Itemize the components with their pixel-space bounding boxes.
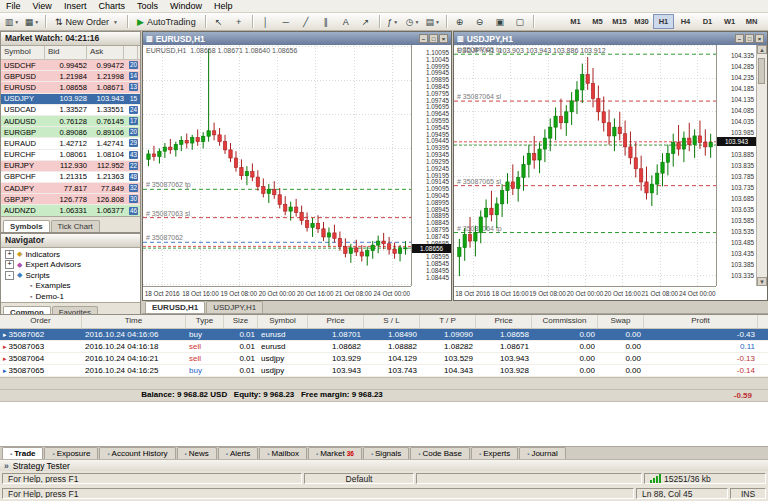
menu-item-insert[interactable]: Insert: [58, 1, 93, 11]
time-axis[interactable]: 18 Oct 201618 Oct 16:0019 Oct 08:0020 Oc…: [143, 286, 411, 300]
timeframe-d1-button[interactable]: D1: [697, 14, 718, 29]
chart-tab-eurusd-h1[interactable]: EURUSD,H1: [145, 301, 205, 313]
market-watch-col-bid[interactable]: Bid: [45, 46, 87, 59]
window-minimize-button[interactable]: –: [735, 34, 744, 43]
zoom-in-button[interactable]: ⊕: [450, 13, 470, 30]
timeframe-m1-button[interactable]: M1: [565, 14, 586, 29]
time-axis[interactable]: 18 Oct 201618 Oct 16:0019 Oct 08:0020 Oc…: [454, 286, 716, 300]
chart-title-bar[interactable]: ▥USDJPY,H1–□×: [454, 32, 767, 45]
market-watch-row-audusd[interactable]: AUDUSD0.761280.7614517: [1, 116, 140, 127]
timeframe-w1-button[interactable]: W1: [719, 14, 740, 29]
strategy-tester-bar[interactable]: » Strategy Tester: [0, 459, 768, 471]
market-watch-row-usdcad[interactable]: USDCAD1.335271.3355124: [1, 105, 140, 116]
market-watch-row-eurchf[interactable]: EURCHF1.080611.0810443: [1, 150, 140, 161]
menu-item-tools[interactable]: Tools: [131, 1, 164, 11]
price-scale[interactable]: 104.335104.285104.235104.185104.135104.0…: [716, 45, 756, 286]
candlestick-plot[interactable]: # 35087062 tp# 35087063 sl# 35087062: [143, 45, 411, 286]
terminal-tab-mailbox[interactable]: ▪Mailbox: [259, 447, 307, 459]
market-watch-tick-chart-tab[interactable]: Tick Chart: [51, 220, 100, 232]
market-watch-row-gbpjpy[interactable]: GBPJPY126.778126.80830: [1, 194, 140, 205]
market-watch-col-spread[interactable]: [124, 46, 138, 59]
trendline-tool[interactable]: ╱: [296, 13, 316, 30]
window-minimize-button[interactable]: –: [419, 34, 428, 43]
order-row-35087064[interactable]: ▸350870642016.10.24 04:16:21sell0.01usdj…: [0, 353, 768, 365]
terminal-tab-experts[interactable]: ▪Experts: [471, 447, 518, 459]
window-close-button[interactable]: ×: [755, 34, 764, 43]
market-watch-row-audnzd[interactable]: AUDNZD1.063311.0637746: [1, 205, 140, 216]
timeframe-h4-button[interactable]: H4: [675, 14, 696, 29]
terminal-tab-trade[interactable]: ▪Trade: [2, 447, 43, 459]
menu-item-view[interactable]: View: [27, 1, 58, 11]
expand-panel-icon[interactable]: »: [4, 461, 9, 471]
candlestick-plot[interactable]: # 35087065 tp# 35087064 sl# 35087065 sl#…: [454, 45, 716, 286]
channel-tool[interactable]: ∥: [316, 13, 336, 30]
timeframe-m5-button[interactable]: M5: [587, 14, 608, 29]
timeframe-m15-button[interactable]: M15: [609, 14, 630, 29]
window-restore-button[interactable]: □: [429, 34, 438, 43]
text-tool[interactable]: A: [336, 13, 356, 30]
market-watch-row-euraud[interactable]: EURAUD1.427121.4274129: [1, 138, 140, 149]
status-profile-section[interactable]: Default: [304, 473, 414, 484]
order-row-35087062[interactable]: ▸350870622016.10.24 04:16:06buy0.01eurus…: [0, 329, 768, 341]
terminal-tab-market[interactable]: ▪Market36: [308, 447, 362, 459]
collapse-icon[interactable]: -: [5, 271, 14, 280]
order-row-35087063[interactable]: ▸350870632016.10.24 04:16:18sell0.01euru…: [0, 341, 768, 353]
price-scale[interactable]: 1.100951.100451.099951.099451.098951.098…: [411, 45, 451, 286]
cursor-tool[interactable]: ↖: [209, 13, 229, 30]
market-watch-row-usdjpy[interactable]: USDJPY103.928103.94315: [1, 94, 140, 105]
scrollbar-thumb[interactable]: [758, 58, 765, 84]
status-connection-section[interactable]: 15251/36 kb: [644, 473, 766, 484]
timeframe-m30-button[interactable]: M30: [631, 14, 652, 29]
menu-item-help[interactable]: Help: [208, 1, 239, 11]
expand-icon[interactable]: +: [5, 260, 14, 269]
autotrading-button[interactable]: ▶AutoTrading: [131, 13, 202, 30]
chart-vertical-scrollbar[interactable]: ▲▼: [756, 45, 767, 286]
timeframe-h1-button[interactable]: H1: [653, 14, 674, 29]
horizontal-line-tool[interactable]: ─: [276, 13, 296, 30]
market-watch-row-eurgbp[interactable]: EURGBP0.890860.8910620: [1, 127, 140, 138]
market-watch-col-symbol[interactable]: Symbol: [1, 46, 45, 59]
navigator-item-scripts[interactable]: -◆Scripts: [1, 270, 140, 281]
market-watch-row-usdchf[interactable]: USDCHF0.994520.9947220: [1, 60, 140, 71]
market-watch-row-eurjpy[interactable]: EURJPY112.930112.95222: [1, 161, 140, 172]
menu-item-file[interactable]: File: [0, 1, 27, 11]
window-restore-button[interactable]: □: [745, 34, 754, 43]
terminal-tab-account-history[interactable]: ▪Account History: [99, 447, 175, 459]
market-watch-symbols-tab[interactable]: Symbols: [3, 220, 50, 232]
expand-icon[interactable]: +: [5, 250, 14, 259]
navigator-item-demo-1[interactable]: ▪Demo-1: [1, 291, 140, 302]
new-order-button[interactable]: ⇅New Order▼: [49, 13, 124, 30]
cascade-windows-button[interactable]: ▢: [510, 13, 530, 30]
timeframe-mn-button[interactable]: MN: [741, 14, 762, 29]
terminal-tab-exposure[interactable]: ▪Exposure: [44, 447, 98, 459]
indicators-button[interactable]: ƒ▼: [383, 13, 403, 30]
order-row-35087065[interactable]: ▸350870652016.10.24 04:16:25buy0.01usdjp…: [0, 365, 768, 377]
navigator-item-expert-advisors[interactable]: +◆Expert Advisors: [1, 260, 140, 271]
new-chart-button[interactable]: ▥▼: [2, 13, 22, 30]
scroll-down-button[interactable]: ▼: [757, 277, 767, 286]
arrow-tool[interactable]: ↗: [356, 13, 376, 30]
market-watch-row-eurusd[interactable]: EURUSD1.086581.0867113: [1, 82, 140, 93]
market-watch-row-gbpchf[interactable]: GBPCHF1.213151.2136348: [1, 172, 140, 183]
zoom-out-button[interactable]: ⊖: [470, 13, 490, 30]
scroll-up-button[interactable]: ▲: [757, 45, 767, 54]
terminal-tab-news[interactable]: ▪News: [177, 447, 217, 459]
terminal-tab-signals[interactable]: ▪Signals: [363, 447, 409, 459]
navigator-title[interactable]: Navigator: [1, 234, 140, 248]
navigator-item-indicators[interactable]: +◆Indicators: [1, 249, 140, 260]
periods-button[interactable]: ◷▼: [403, 13, 423, 30]
menu-item-window[interactable]: Window: [164, 1, 208, 11]
market-watch-row-gbpusd[interactable]: GBPUSD1.219841.2199814: [1, 71, 140, 82]
market-watch-title[interactable]: Market Watch: 04:21:16: [1, 32, 140, 46]
window-close-button[interactable]: ×: [439, 34, 448, 43]
crosshair-tool[interactable]: +: [229, 13, 249, 30]
profiles-button[interactable]: ▦▼: [22, 13, 42, 30]
navigator-item-examples[interactable]: ▪Examples: [1, 281, 140, 292]
chart-tab-usdjpy-h1[interactable]: USDJPY,H1: [206, 301, 263, 313]
terminal-tab-alerts[interactable]: ▪Alerts: [218, 447, 259, 459]
vertical-line-tool[interactable]: │: [256, 13, 276, 30]
tile-windows-button[interactable]: ▣: [490, 13, 510, 30]
menu-item-charts[interactable]: Charts: [92, 1, 131, 11]
market-watch-col-ask[interactable]: Ask: [87, 46, 124, 59]
market-watch-row-cadjpy[interactable]: CADJPY77.81777.84932: [1, 183, 140, 194]
